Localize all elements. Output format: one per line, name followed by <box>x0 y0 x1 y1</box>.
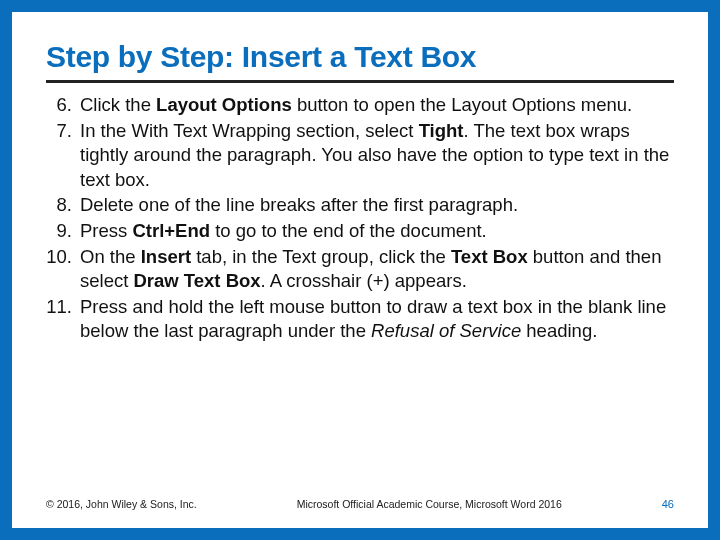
step-number: 8. <box>46 193 80 218</box>
step-body: Delete one of the line breaks after the … <box>80 193 674 218</box>
step-number: 10. <box>46 245 80 294</box>
slide-footer: © 2016, John Wiley & Sons, Inc. Microsof… <box>46 492 674 510</box>
step-body: Click the Layout Options button to open … <box>80 93 674 118</box>
step-number: 9. <box>46 219 80 244</box>
step-body: In the With Text Wrapping section, selec… <box>80 119 674 193</box>
slide-content: 6. Click the Layout Options button to op… <box>46 93 674 492</box>
step-body: Press Ctrl+End to go to the end of the d… <box>80 219 674 244</box>
slide: Step by Step: Insert a Text Box 6. Click… <box>12 12 708 528</box>
step-item: 6. Click the Layout Options button to op… <box>46 93 674 118</box>
step-body: Press and hold the left mouse button to … <box>80 295 674 344</box>
step-item: 11. Press and hold the left mouse button… <box>46 295 674 344</box>
step-number: 11. <box>46 295 80 344</box>
step-item: 8. Delete one of the line breaks after t… <box>46 193 674 218</box>
step-number: 7. <box>46 119 80 193</box>
step-item: 10. On the Insert tab, in the Text group… <box>46 245 674 294</box>
step-item: 9. Press Ctrl+End to go to the end of th… <box>46 219 674 244</box>
step-body: On the Insert tab, in the Text group, cl… <box>80 245 674 294</box>
slide-title: Step by Step: Insert a Text Box <box>46 40 674 83</box>
footer-course: Microsoft Official Academic Course, Micr… <box>197 498 662 510</box>
step-number: 6. <box>46 93 80 118</box>
footer-page-number: 46 <box>662 498 674 510</box>
step-list: 6. Click the Layout Options button to op… <box>46 93 674 344</box>
footer-copyright: © 2016, John Wiley & Sons, Inc. <box>46 498 197 510</box>
step-item: 7. In the With Text Wrapping section, se… <box>46 119 674 193</box>
